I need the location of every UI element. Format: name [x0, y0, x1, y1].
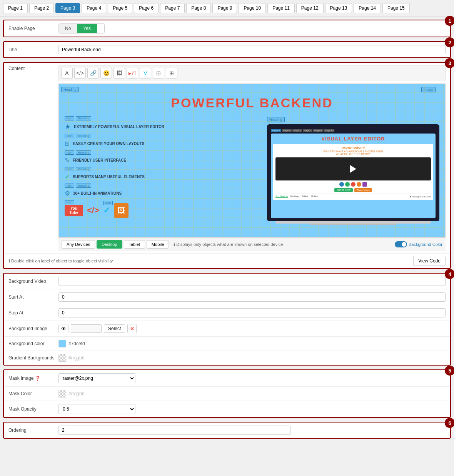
page-tab-page-1[interactable]: Page 1 — [3, 3, 28, 13]
stop-at-input[interactable] — [58, 308, 446, 317]
icon-badge-1: Icon — [65, 116, 74, 120]
bg-video-label: Background Video — [8, 279, 58, 284]
bg-color-switch[interactable] — [395, 241, 407, 247]
page-tab-page-2[interactable]: Page 2 — [29, 3, 54, 13]
page-tab-page-13[interactable]: Page 13 — [325, 3, 352, 13]
content-row: Content A </> 🔗 😊 🖼 ▶YT V ⊡ ⊞ — [4, 63, 450, 254]
toolbar-text-btn[interactable]: A — [61, 68, 73, 78]
feature-text-4: SUPPORTS MANY USEFUL ELEMENTS — [73, 175, 145, 179]
heading-badge-screen: Heading — [267, 116, 439, 124]
start-at-label: Start At — [8, 294, 58, 300]
page-tab-page-6[interactable]: Page 6 — [134, 3, 159, 13]
image-badge: Image — [421, 87, 436, 92]
ordering-input[interactable] — [58, 426, 291, 435]
canvas-main-title: POWERFUL BACKEND — [59, 84, 445, 116]
page-tab-page-7[interactable]: Page 7 — [160, 3, 185, 13]
desktop-btn[interactable]: Desktop — [97, 240, 122, 249]
page-tab-page-9[interactable]: Page 9 — [212, 3, 237, 13]
laptop-mockup: Page 3 Page 4 Page 5 Page 7 Page 8 Page … — [267, 124, 439, 221]
canvas-inner: Heading Image POWERFUL BACKEND — [59, 84, 445, 237]
canvas-right-col: Heading Page 3 Page 4 Page 5 Page 7 — [267, 116, 439, 225]
toolbar-code-btn[interactable]: </> — [74, 68, 86, 78]
toolbar-resize-btn[interactable]: ⊞ — [166, 68, 177, 78]
section-number-2: 2 — [445, 37, 454, 47]
feature-icon-2: ⊞ — [65, 140, 70, 147]
bg-video-input[interactable] — [58, 277, 446, 286]
gradient-swatch[interactable] — [58, 354, 66, 362]
page-tab-page-4[interactable]: Page 4 — [82, 3, 106, 13]
image-placeholder-icon: 🖼 — [114, 203, 129, 218]
no-button[interactable]: No — [59, 24, 77, 33]
content-section: 3 Content A </> 🔗 😊 🖼 ▶YT V ⊡ ⊞ — [3, 62, 451, 269]
bg-color-row: Background color #7dcefd — [4, 337, 450, 351]
bg-color-toggle[interactable]: Background Color — [395, 241, 442, 247]
mock-tab-1: Page 4 — [282, 129, 292, 132]
feature-row-3: ✎ FRIENDLY USER INTERFACE — [65, 156, 261, 165]
vimeo-icon: ✓ — [103, 205, 110, 215]
stop-at-input-wrap — [58, 308, 446, 317]
eye-button[interactable]: 👁 — [58, 324, 68, 333]
gradient-value: #rrggbb — [68, 355, 84, 361]
view-code-info: ℹ Double click on label of object to tog… — [8, 259, 113, 264]
canvas-area: Heading Image POWERFUL BACKEND — [58, 84, 446, 237]
social-icon-5 — [362, 182, 367, 187]
tablet-btn[interactable]: Tablet — [124, 240, 145, 249]
mock-social-icons — [275, 182, 431, 187]
mock-tab-4: Page 8 — [313, 129, 323, 132]
feature-icon-3: ✎ — [65, 157, 70, 164]
title-input[interactable] — [58, 45, 446, 54]
clear-button[interactable]: ✕ — [127, 324, 137, 333]
mask-opacity-label: Mask Opacity — [8, 406, 58, 412]
toolbar-widget-btn[interactable]: ⊡ — [153, 68, 164, 78]
page-tab-page-14[interactable]: Page 14 — [354, 3, 381, 13]
toolbar-link-btn[interactable]: 🔗 — [87, 68, 99, 78]
mock-cta-buttons: GET IT NOW Watch Video — [275, 188, 431, 192]
page-tab-page-5[interactable]: Page 5 — [108, 3, 132, 13]
toolbar-vimeo-btn[interactable]: V — [140, 68, 151, 78]
page-tab-page-11[interactable]: Page 11 — [267, 3, 295, 13]
yes-button[interactable]: Yes — [77, 24, 97, 33]
start-at-input[interactable] — [58, 292, 446, 302]
feature-icon-4: ✓ — [65, 173, 70, 180]
section-number-6: 6 — [445, 418, 454, 428]
mobile-btn[interactable]: Mobile — [147, 240, 169, 249]
title-input-wrapper — [58, 45, 446, 54]
page-tab-page-8[interactable]: Page 8 — [186, 3, 211, 13]
mask-image-label: Mask Image ❓ — [8, 376, 58, 381]
toolbar-youtube-btn[interactable]: ▶YT — [127, 68, 138, 78]
mask-image-select[interactable]: raster@2x.png none custom — [58, 373, 135, 383]
page-tab-page-12[interactable]: Page 12 — [296, 3, 324, 13]
select-button[interactable]: Select — [104, 324, 125, 333]
mask-color-swatch[interactable] — [58, 390, 66, 398]
content-label: Content — [8, 65, 58, 251]
section-number-5: 5 — [445, 366, 454, 376]
page-tab-page-3[interactable]: Page 3 — [55, 3, 80, 13]
mock-tab-5: Page 10 — [324, 129, 334, 132]
icon-badge-5: Icon — [65, 184, 74, 188]
code-icon: </> — [87, 205, 99, 215]
mask-color-value: #rrggbb — [68, 391, 84, 396]
feature-text-5: 30+ BUILT-IN ANIMATIONS — [73, 191, 122, 195]
page-tab-page-15[interactable]: Page 15 — [382, 3, 410, 13]
canvas-left-col: Icon Heading ★ EXTREMELY POWERFUL VISUAL… — [65, 116, 261, 225]
view-code-button[interactable]: View Code — [413, 256, 446, 266]
bg-color-toggle-label: Background Color — [409, 242, 442, 247]
vimeo-icon-container: Icon ✓ — [103, 205, 110, 215]
mask-opacity-select[interactable]: 0.5 0.1 0.2 0.3 0.4 0.6 0.7 0.8 0.9 1.0 — [58, 404, 135, 414]
heading-badge-4: Heading — [76, 167, 91, 171]
toggle-group: No Yes — [58, 23, 105, 33]
toolbar-emoji-btn[interactable]: 😊 — [100, 68, 112, 78]
stop-at-label: Stop At — [8, 310, 58, 316]
image-placeholder-container: 🖼 — [114, 203, 129, 218]
any-devices-btn[interactable]: Any Devices — [62, 240, 95, 249]
youtube-icon: YouTube — [65, 205, 83, 216]
feature-icon-1: ★ — [65, 122, 71, 131]
heading-badge-1: Heading — [76, 116, 91, 120]
bg-color-swatch[interactable] — [58, 340, 66, 347]
toolbar-image-btn[interactable]: 🖼 — [114, 68, 125, 78]
page-tab-page-10[interactable]: Page 10 — [239, 3, 266, 13]
image-badge-top: Image — [421, 86, 436, 92]
ordering-label: Ordering — [8, 428, 58, 433]
icon-badge-vm: Icon — [103, 201, 113, 205]
mask-opacity-row: Mask Opacity 0.5 0.1 0.2 0.3 0.4 0.6 0.7… — [4, 401, 450, 417]
